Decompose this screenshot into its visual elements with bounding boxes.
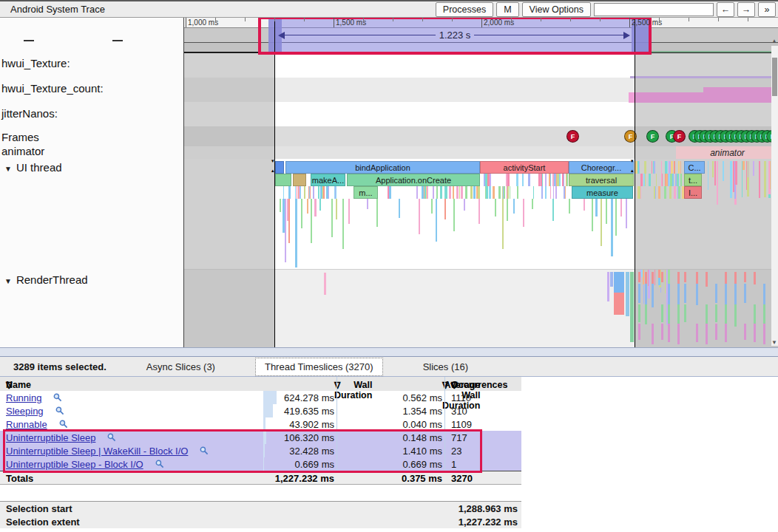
flame-slice[interactable] [427, 186, 428, 199]
slice-traversal[interactable]: traversal [569, 174, 634, 186]
flame-slice[interactable] [485, 186, 486, 199]
flame-slice[interactable] [528, 174, 530, 186]
render-slice[interactable] [725, 284, 727, 305]
flame-slice[interactable] [399, 199, 400, 218]
flame-slice[interactable] [606, 199, 607, 224]
sort-icon[interactable]: ∇ [451, 380, 457, 391]
flame-slice[interactable] [295, 199, 297, 267]
flame-slice[interactable] [649, 174, 651, 186]
flame-slice[interactable] [666, 174, 668, 186]
flame-slice[interactable] [672, 174, 674, 186]
collapse-arrow-icon[interactable]: ▼ [4, 165, 12, 173]
flame-slice[interactable] [723, 161, 724, 181]
flame-slice[interactable] [674, 161, 675, 174]
flame-slice[interactable] [314, 186, 314, 199]
flame-slice[interactable] [717, 161, 718, 205]
flame-slice[interactable] [562, 174, 564, 186]
render-slice[interactable] [706, 324, 708, 344]
flame-slice[interactable] [493, 186, 495, 199]
flame-slice[interactable] [323, 186, 325, 199]
flame-slice[interactable] [566, 174, 566, 186]
render-slice[interactable] [652, 324, 654, 344]
flame-slice[interactable] [735, 161, 737, 185]
flame-slice[interactable] [545, 186, 547, 199]
flame-slice[interactable] [677, 186, 678, 199]
flame-slice[interactable] [661, 161, 662, 174]
flame-slice[interactable] [678, 161, 680, 174]
flame-slice[interactable] [309, 186, 310, 199]
render-slice[interactable] [715, 304, 717, 322]
flame-slice[interactable] [557, 174, 559, 186]
flame-slice[interactable] [449, 186, 451, 199]
flame-slice[interactable] [764, 161, 766, 197]
flame-slice[interactable] [507, 174, 510, 186]
magnifier-icon[interactable] [59, 420, 68, 429]
row-name-link[interactable]: Runnable [6, 419, 47, 430]
flame-slice[interactable] [444, 199, 446, 219]
timeline-scrollbar[interactable] [771, 46, 778, 346]
flame-slice[interactable] [486, 186, 488, 199]
flame-slice[interactable] [730, 161, 732, 198]
flame-slice[interactable] [714, 161, 716, 185]
flame-slice[interactable] [662, 174, 663, 186]
flame-slice[interactable] [488, 174, 490, 186]
flame-slice[interactable] [335, 186, 336, 199]
flame-slice[interactable] [550, 186, 551, 199]
flame-slice[interactable] [478, 199, 480, 224]
render-slice[interactable] [725, 304, 727, 324]
flame-slice[interactable] [453, 199, 455, 231]
flame-slice[interactable] [680, 161, 681, 174]
timeline-canvas[interactable]: bindApplicationactivityStartChoreogr...C… [183, 18, 778, 347]
render-slice[interactable] [661, 324, 663, 340]
frame-marker-icon[interactable]: F [566, 130, 579, 143]
processes-button[interactable]: Processes [436, 2, 493, 17]
animator-async-band[interactable]: animator [676, 146, 778, 159]
flame-slice[interactable] [654, 186, 655, 199]
flame-slice[interactable] [680, 174, 682, 186]
render-slice[interactable] [684, 304, 686, 322]
flame-slice[interactable] [307, 199, 308, 214]
render-slice[interactable] [638, 304, 640, 322]
flame-slice[interactable] [478, 186, 480, 199]
render-slice[interactable] [652, 284, 654, 307]
flame-slice[interactable] [436, 199, 437, 242]
flame-slice[interactable] [565, 186, 566, 199]
row-name-link[interactable]: Sleeping [6, 406, 44, 417]
flame-slice[interactable] [748, 161, 748, 177]
flame-slice[interactable] [367, 199, 368, 209]
render-slice[interactable] [684, 284, 686, 303]
flame-slice[interactable] [555, 186, 557, 199]
flame-slice[interactable] [541, 186, 543, 199]
flame-slice[interactable] [288, 186, 291, 199]
tab-slices-16-[interactable]: Slices (16) [414, 358, 477, 375]
flame-slice[interactable] [489, 186, 491, 199]
render-slice[interactable] [645, 304, 647, 324]
row-name-link[interactable]: Running [6, 392, 41, 403]
flame-slice[interactable] [456, 186, 459, 199]
flame-slice[interactable] [297, 186, 297, 199]
flame-slice[interactable] [541, 174, 542, 186]
tab-async-slices-3-[interactable]: Async Slices (3) [138, 358, 224, 375]
flame-slice[interactable] [522, 174, 524, 186]
flame-slice[interactable] [507, 199, 508, 221]
flame-slice[interactable] [523, 199, 524, 227]
flame-slice[interactable] [490, 174, 491, 186]
flame-slice[interactable] [533, 186, 534, 199]
render-slice[interactable] [696, 284, 698, 305]
render-slice[interactable] [638, 284, 640, 303]
render-slice[interactable] [725, 324, 727, 342]
flame-slice[interactable] [601, 199, 602, 246]
flame-slice[interactable] [416, 186, 418, 199]
flame-slice[interactable] [654, 270, 655, 285]
render-slice[interactable] [661, 272, 663, 282]
flame-slice[interactable] [507, 186, 509, 199]
flame-slice[interactable] [313, 186, 314, 199]
flame-slice[interactable] [440, 186, 442, 199]
flame-slice[interactable] [280, 199, 281, 212]
find-previous-button[interactable]: ← [717, 2, 734, 17]
flame-slice[interactable] [470, 186, 473, 199]
flame-slice[interactable] [283, 186, 284, 199]
flame-slice[interactable] [584, 199, 585, 211]
render-slice[interactable] [696, 272, 698, 284]
frame-marker-icon[interactable]: F [673, 130, 686, 143]
